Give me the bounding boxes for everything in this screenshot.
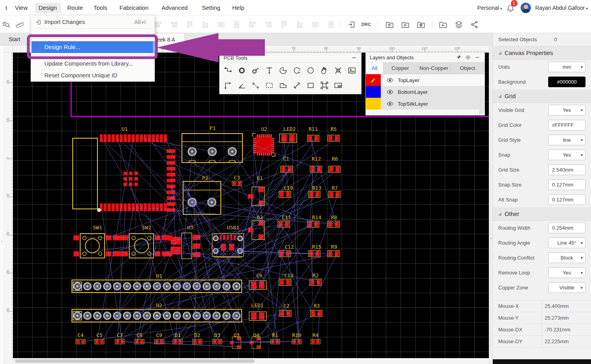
- scrollbar-thumb[interactable]: [15, 359, 255, 363]
- tool-arc-pie-button[interactable]: [276, 64, 290, 77]
- collapse-left-icon[interactable]: ‹: [0, 235, 3, 248]
- visible-grid-select[interactable]: Yes▾: [548, 105, 585, 115]
- ruler-left-number: -30: [6, 269, 10, 276]
- units-select[interactable]: mm▾: [548, 62, 585, 72]
- layer-color-swatch[interactable]: [366, 74, 381, 86]
- layer-manager-button[interactable]: [453, 19, 464, 30]
- horizontal-scrollbar[interactable]: [3, 358, 489, 364]
- layers-tab-copper[interactable]: Copper: [384, 62, 417, 74]
- section-header-other[interactable]: Other: [493, 207, 591, 221]
- tool-solid-region-button[interactable]: [276, 79, 290, 92]
- tool-corner-button[interactable]: [221, 79, 235, 92]
- menubar-item-tools[interactable]: Tools: [90, 3, 111, 13]
- snap-select[interactable]: Yes▾: [548, 150, 585, 160]
- silkscreen-label: U2: [261, 126, 267, 132]
- eye-icon[interactable]: [386, 100, 394, 108]
- layer-color-swatch[interactable]: [366, 98, 381, 110]
- tool-connection-button[interactable]: [249, 79, 262, 92]
- grid-size-input[interactable]: 2.540mm: [548, 165, 585, 175]
- menubar-item-advanced[interactable]: Advanced: [158, 3, 192, 13]
- silkscreen-label: R9: [331, 244, 337, 250]
- routing-conflict-select[interactable]: Block▾: [548, 252, 585, 263]
- minimize-icon[interactable]: [474, 54, 481, 60]
- tool-dashed-rect-button[interactable]: [262, 79, 276, 92]
- eye-icon: [386, 100, 394, 108]
- sidebar-collapse-strip[interactable]: ›: [489, 46, 492, 364]
- tool-text-button[interactable]: [262, 64, 276, 77]
- layers-tab-non-copper[interactable]: Non-Copper: [417, 62, 451, 74]
- tool-arc-button[interactable]: [290, 64, 304, 77]
- property-row-snap: SnapYes▾: [493, 148, 591, 163]
- menubar-item-design[interactable]: Design: [35, 3, 61, 13]
- tool-hand-button[interactable]: [318, 64, 331, 77]
- snap-size-input[interactable]: 0.127mm: [548, 179, 585, 190]
- pin-icon[interactable]: [455, 54, 462, 60]
- export-back-button[interactable]: [437, 19, 448, 30]
- menubar-item-fabrication[interactable]: Fabrication: [116, 3, 152, 13]
- tool-circle-button[interactable]: [304, 64, 318, 77]
- tool-via-button[interactable]: [235, 64, 249, 77]
- folder-pick-place-button[interactable]: [415, 19, 426, 30]
- panel-resize-handle[interactable]: [479, 110, 484, 114]
- import-changes-button[interactable]: [346, 19, 357, 30]
- copper-zone-select[interactable]: Visible▾: [548, 282, 585, 293]
- menubar-item-t[interactable]: t: [2, 3, 11, 13]
- pcb-tools-panel: PCB Tools: [219, 53, 362, 94]
- tool-group-button[interactable]: [318, 79, 331, 92]
- section-header-grid[interactable]: Grid: [493, 90, 591, 103]
- ruler-left-number: 10: [6, 116, 10, 124]
- layer-row-toplayer[interactable]: TopLayer: [366, 74, 485, 86]
- search-components-button[interactable]: [0, 19, 11, 30]
- grid-style-select[interactable]: line▾: [548, 135, 585, 145]
- avatar[interactable]: [520, 2, 531, 13]
- tool-track-button[interactable]: [221, 64, 235, 77]
- notifications-button[interactable]: 1: [506, 3, 516, 13]
- share-button[interactable]: [469, 19, 480, 30]
- layers-panel-header[interactable]: Layers and Objects: [366, 53, 485, 62]
- left-panel-collapse-strip[interactable]: ‹: [0, 46, 3, 364]
- menu-item-import-changes[interactable]: Import ChangesAlt+I: [31, 16, 154, 28]
- tab-document[interactable]: eek 8 A: [155, 33, 185, 46]
- pcb-tools-header[interactable]: PCB Tools: [220, 53, 361, 63]
- routing-angle-select[interactable]: Line 45°▾: [548, 238, 585, 248]
- tool-dimension-button[interactable]: [290, 79, 304, 92]
- layer-row-topsilklayer[interactable]: TopSilkLayer: [366, 98, 485, 110]
- folder-bom-button[interactable]: B: [384, 19, 395, 30]
- menu-item-update-components-from-library[interactable]: Update Components from Library...: [31, 58, 154, 70]
- workspace-switcher[interactable]: Personal▾: [477, 5, 502, 11]
- tool-pad-button[interactable]: [249, 64, 262, 77]
- image-icon: [347, 66, 356, 75]
- alt-snap-input[interactable]: 0.127mm: [548, 194, 585, 205]
- menubar-item-route[interactable]: Route: [63, 3, 87, 13]
- tool-image-button[interactable]: [345, 64, 359, 77]
- eye-icon[interactable]: [386, 77, 394, 84]
- layer-color-swatch[interactable]: [366, 86, 381, 98]
- menu-item-design-rule[interactable]: Design Rule...: [31, 41, 154, 53]
- remove-loop-select[interactable]: Yes▾: [548, 267, 585, 278]
- menubar-item-help[interactable]: Help: [228, 3, 248, 13]
- measure-button[interactable]: [14, 19, 25, 30]
- gear-icon[interactable]: [465, 54, 471, 60]
- grid-color-input[interactable]: #FFFFFF: [548, 120, 585, 130]
- tool-angle-button[interactable]: [235, 79, 249, 92]
- routing-width-input[interactable]: 0.254mm: [548, 223, 585, 233]
- component-R7: [329, 191, 340, 198]
- collapse-triangle-icon: [498, 51, 501, 55]
- tool-origin-button[interactable]: [331, 64, 345, 77]
- user-menu[interactable]: Rayan Abdul Gafoor▾: [535, 5, 588, 11]
- menu-item-reset-component-unique-id[interactable]: Reset Component Unique ID: [31, 70, 154, 81]
- tool-panelize-button[interactable]: [331, 79, 345, 92]
- layers-tab-all[interactable]: All: [366, 62, 384, 74]
- tool-rect-button[interactable]: [304, 79, 318, 92]
- menubar-item-view[interactable]: View: [11, 3, 31, 13]
- layers-tab-object[interactable]: Object: [451, 62, 485, 74]
- eye-icon[interactable]: [386, 88, 394, 96]
- menubar-item-setting[interactable]: Setting: [198, 3, 224, 13]
- tab-start[interactable]: Start: [3, 33, 26, 46]
- minimize-icon[interactable]: [351, 55, 357, 61]
- folder-gerber-button[interactable]: G: [400, 19, 411, 30]
- background-color-swatch[interactable]: #000000: [548, 77, 585, 87]
- section-header-canvas-properties[interactable]: Canvas Properties: [493, 46, 591, 60]
- drc-button[interactable]: DRC: [361, 19, 372, 30]
- layer-row-bottomlayer[interactable]: BottomLayer: [366, 86, 485, 98]
